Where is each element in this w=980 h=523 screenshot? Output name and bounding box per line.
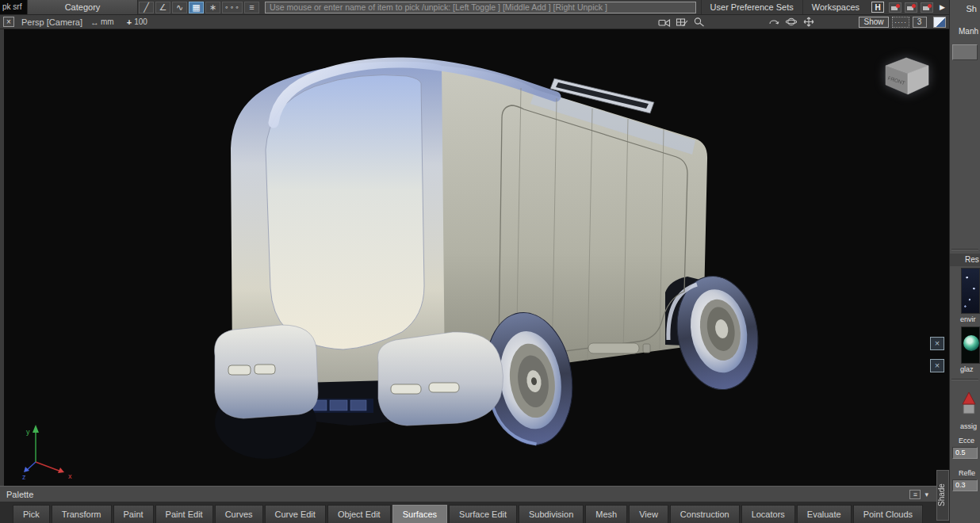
user-preference-sets-button[interactable]: User Preference Sets [701,0,802,14]
underbody-lights [309,400,366,410]
palette-tab-paint-edit[interactable]: Paint Edit [155,505,213,523]
render-camera-icon[interactable] [657,17,672,28]
glaze-thumbnail[interactable] [961,326,980,364]
van-model [4,29,949,486]
twist-icon[interactable] [767,17,781,28]
resources-header: Res [950,254,980,266]
glaze-label: glaz [960,365,974,373]
palette-tab-locators[interactable]: Locators [741,505,795,523]
shelf-panel: Sh Manh Res envir glaz assig Ecce 0.5 Re… [949,0,980,523]
palette-tab-pick[interactable]: Pick [13,505,50,523]
toolbar-overflow-icon[interactable]: ▶ [940,3,945,11]
more-options-icon[interactable]: ∘∘∘ [222,2,243,13]
glaze-sphere [963,335,979,351]
pick-type-label: pk srf [0,0,27,14]
palette-list-icon[interactable]: ≡ [909,490,921,499]
palette-tab-evaluate[interactable]: Evaluate [797,505,852,523]
view-toolbar: × Persp [Camera] ↔ mm + 100 Show ···· 3 [0,15,949,29]
pick-point-icon[interactable]: ∗ [205,2,220,13]
palette-tab-curve-edit[interactable]: Curve Edit [265,505,326,523]
camera-label[interactable]: Persp [Camera] [21,17,82,27]
close-view-icon[interactable]: × [3,17,14,27]
construction-plane-icon[interactable] [675,17,689,28]
environment-label: envir [960,315,976,323]
palette-tab-subdivision[interactable]: Subdivision [519,505,584,523]
axis-y-label: y [26,428,30,436]
display-dots-button[interactable]: ···· [892,17,909,28]
shade-panel-tab[interactable]: Shade [936,470,949,521]
resize-arrows-icon: ↔ [90,17,99,27]
shelf-field[interactable] [952,44,978,60]
axis-z-label: z [22,473,26,481]
grid-crosshair-icon: + [127,17,132,27]
marking-menu-icon-2[interactable] [905,2,917,13]
category-dropdown[interactable]: Category [27,0,138,14]
axis-triad: y x z [21,422,85,481]
minimized-window-icon-1[interactable]: × [930,337,944,350]
palette-tab-surface-edit[interactable]: Surface Edit [449,505,517,523]
shelf-name-label: Manh [959,27,978,36]
orbit-icon[interactable] [784,17,798,28]
pick-curve-icon[interactable]: ∿ [172,2,187,13]
perspective-viewport[interactable]: FRONT y x z × × [4,29,949,486]
van-windshield [266,75,424,349]
pick-nothing-icon[interactable]: ╱ [139,2,154,13]
pick-surface-icon[interactable]: ▦ [189,2,204,13]
palette-tab-construction[interactable]: Construction [670,505,740,523]
assign-label: assig [960,422,977,430]
reflectivity-field[interactable]: 0.3 [952,479,978,491]
palette-tab-transform[interactable]: Transform [52,505,112,523]
pan-icon[interactable] [802,17,816,28]
eccentricity-field[interactable]: 0.5 [952,447,978,459]
grid-size-value: 100 [134,17,147,26]
palette-tab-paint[interactable]: Paint [113,505,154,523]
prompt-line-input[interactable]: Use mouse or enter name of item to pick … [265,2,696,13]
marking-menu-icon-3[interactable] [921,2,933,13]
palette-tab-surfaces[interactable]: Surfaces [392,505,447,523]
palette-tab-object-edit[interactable]: Object Edit [327,505,391,523]
magnifier-icon[interactable] [692,17,706,28]
panel-divider [951,249,978,250]
prompt-history-icon[interactable]: ≡ [244,2,259,13]
alias-window: pk srf Category ╱ ∠ ∿ ▦ ∗ ∘∘∘ ≡ Use mous… [0,0,980,523]
split-view-icon[interactable] [933,17,946,28]
marking-menu-icon-1[interactable] [889,2,902,13]
eccentricity-label: Ecce [959,437,974,445]
assign-shader-icon[interactable] [960,390,979,420]
workspaces-button[interactable]: Workspaces [802,0,868,14]
palette-tab-view[interactable]: View [629,505,668,523]
palette-tab-curves[interactable]: Curves [215,505,263,523]
layer-3-button[interactable]: 3 [913,17,927,28]
viewcube[interactable]: FRONT [882,53,932,99]
palette-tab-point-clouds[interactable]: Point Clouds [853,505,923,523]
palette-tab-bar: PickTransformPaintPaint EditCurvesCurve … [0,502,949,523]
environment-thumbnail[interactable] [961,268,980,314]
palette-titlebar: Palette ≡ ▾ [0,486,949,502]
top-toolbar: pk srf Category ╱ ∠ ∿ ▦ ∗ ∘∘∘ ≡ Use mous… [0,0,949,15]
palette-tab-mesh[interactable]: Mesh [585,505,627,523]
palette-collapse-icon[interactable]: ▾ [924,491,928,498]
palette-title: Palette [0,490,33,499]
minimized-window-icon-2[interactable]: × [930,359,944,372]
reflectivity-label: Refle [959,469,975,477]
show-button[interactable]: Show [859,17,889,28]
history-button[interactable]: H [871,2,884,13]
shelf-header: Sh [967,4,977,13]
right-fender-pod [377,332,503,426]
panel-divider-2 [951,379,978,380]
axis-x-label: x [68,472,72,480]
pick-component-icon[interactable]: ∠ [155,2,170,13]
units-label: mm [101,17,114,26]
